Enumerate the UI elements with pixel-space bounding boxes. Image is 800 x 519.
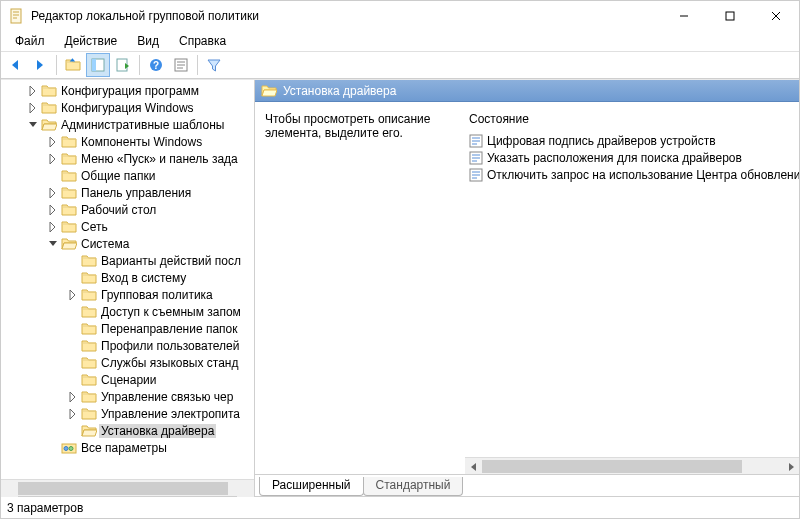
expander-icon[interactable] bbox=[25, 117, 41, 133]
tab-standard[interactable]: Стандартный bbox=[363, 477, 464, 496]
tree-item[interactable]: Сценарии bbox=[1, 371, 254, 388]
nav-up-button[interactable] bbox=[61, 53, 85, 77]
tree-item[interactable]: Компоненты Windows bbox=[1, 133, 254, 150]
folder-open-icon bbox=[41, 117, 57, 133]
status-bar: 3 параметров bbox=[1, 496, 799, 518]
all-params-icon bbox=[61, 440, 77, 456]
expander-icon[interactable] bbox=[45, 202, 61, 218]
export-list-button[interactable] bbox=[111, 53, 135, 77]
tree-item-selected[interactable]: Установка драйвера bbox=[1, 422, 254, 439]
details-header: Установка драйвера bbox=[255, 80, 799, 102]
tree-item[interactable]: Рабочий стол bbox=[1, 201, 254, 218]
setting-icon bbox=[469, 151, 483, 165]
folder-icon bbox=[81, 321, 97, 337]
list-item-label: Цифровая подпись драйверов устройств bbox=[487, 134, 716, 148]
nav-forward-button[interactable] bbox=[28, 53, 52, 77]
expander-blank bbox=[65, 304, 81, 320]
tree-item[interactable]: Управление электропита bbox=[1, 405, 254, 422]
folder-icon bbox=[61, 151, 77, 167]
tree-label: Групповая политика bbox=[99, 288, 215, 302]
menu-file[interactable]: Файл bbox=[5, 32, 55, 50]
tree-label: Управление связью чер bbox=[99, 390, 235, 404]
tree-item[interactable]: Перенаправление папок bbox=[1, 320, 254, 337]
tree-item[interactable]: Все параметры bbox=[1, 439, 254, 456]
title-bar: Редактор локальной групповой политики bbox=[1, 1, 799, 31]
tree-item[interactable]: Конфигурация Windows bbox=[1, 99, 254, 116]
tree-label: Варианты действий посл bbox=[99, 254, 243, 268]
tree-item[interactable]: Сеть bbox=[1, 218, 254, 235]
folder-icon bbox=[41, 100, 57, 116]
expander-blank bbox=[45, 440, 61, 456]
expander-icon[interactable] bbox=[25, 83, 41, 99]
tree-item[interactable]: Вход в систему bbox=[1, 269, 254, 286]
expander-icon[interactable] bbox=[45, 151, 61, 167]
app-icon bbox=[9, 8, 25, 24]
folder-icon bbox=[61, 168, 77, 184]
expander-icon[interactable] bbox=[65, 287, 81, 303]
minimize-button[interactable] bbox=[661, 1, 707, 31]
folder-icon bbox=[61, 202, 77, 218]
tree-item[interactable]: Конфигурация программ bbox=[1, 82, 254, 99]
maximize-button[interactable] bbox=[707, 1, 753, 31]
show-tree-button[interactable] bbox=[86, 53, 110, 77]
folder-icon bbox=[41, 83, 57, 99]
tree-pane: Конфигурация программ Конфигурация Windo… bbox=[1, 80, 255, 496]
tree-label: Управление электропита bbox=[99, 407, 242, 421]
help-button[interactable] bbox=[144, 53, 168, 77]
expander-icon[interactable] bbox=[45, 236, 61, 252]
list-item[interactable]: Цифровая подпись драйверов устройств bbox=[465, 132, 799, 149]
expander-icon[interactable] bbox=[25, 100, 41, 116]
menu-bar: Файл Действие Вид Справка bbox=[1, 31, 799, 51]
properties-button[interactable] bbox=[169, 53, 193, 77]
tree[interactable]: Конфигурация программ Конфигурация Windo… bbox=[1, 82, 254, 456]
expander-icon[interactable] bbox=[65, 406, 81, 422]
tree-label: Все параметры bbox=[79, 441, 169, 455]
expander-icon[interactable] bbox=[65, 389, 81, 405]
window-title: Редактор локальной групповой политики bbox=[31, 9, 259, 23]
column-header-state[interactable]: Состояние bbox=[465, 102, 799, 132]
tree-item[interactable]: Административные шаблоны bbox=[1, 116, 254, 133]
tree-item[interactable]: Общие папки bbox=[1, 167, 254, 184]
tree-item[interactable]: Профили пользователей bbox=[1, 337, 254, 354]
details-title: Установка драйвера bbox=[283, 84, 396, 98]
tree-item[interactable]: Варианты действий посл bbox=[1, 252, 254, 269]
tree-label: Сеть bbox=[79, 220, 110, 234]
folder-icon bbox=[61, 134, 77, 150]
folder-icon bbox=[81, 270, 97, 286]
folder-open-icon bbox=[81, 423, 97, 439]
list-item[interactable]: Указать расположения для поиска драйверо… bbox=[465, 149, 799, 166]
tree-item[interactable]: Панель управления bbox=[1, 184, 254, 201]
tree-label: Панель управления bbox=[79, 186, 193, 200]
list-item[interactable]: Отключить запрос на использование Центра… bbox=[465, 166, 799, 183]
tree-item[interactable]: Службы языковых станд bbox=[1, 354, 254, 371]
tab-extended[interactable]: Расширенный bbox=[259, 477, 364, 496]
tree-item[interactable]: Меню «Пуск» и панель зада bbox=[1, 150, 254, 167]
menu-view[interactable]: Вид bbox=[127, 32, 169, 50]
expander-blank bbox=[65, 253, 81, 269]
tree-label: Профили пользователей bbox=[99, 339, 241, 353]
folder-icon bbox=[81, 372, 97, 388]
tree-item[interactable]: Групповая политика bbox=[1, 286, 254, 303]
tree-item[interactable]: Система bbox=[1, 235, 254, 252]
nav-back-button[interactable] bbox=[3, 53, 27, 77]
tree-label: Конфигурация Windows bbox=[59, 101, 196, 115]
expander-blank bbox=[65, 270, 81, 286]
menu-help[interactable]: Справка bbox=[169, 32, 236, 50]
expander-icon[interactable] bbox=[45, 185, 61, 201]
close-button[interactable] bbox=[753, 1, 799, 31]
filter-button[interactable] bbox=[202, 53, 226, 77]
tree-label: Административные шаблоны bbox=[59, 118, 226, 132]
folder-open-icon bbox=[61, 236, 77, 252]
expander-icon[interactable] bbox=[45, 219, 61, 235]
folder-icon bbox=[81, 338, 97, 354]
expander-blank bbox=[45, 168, 61, 184]
tree-label: Установка драйвера bbox=[99, 424, 216, 438]
tree-item[interactable]: Управление связью чер bbox=[1, 388, 254, 405]
expander-icon[interactable] bbox=[45, 134, 61, 150]
tree-item[interactable]: Доступ к съемным запом bbox=[1, 303, 254, 320]
folder-icon bbox=[81, 355, 97, 371]
menu-action[interactable]: Действие bbox=[55, 32, 128, 50]
folder-icon bbox=[81, 406, 97, 422]
list-horizontal-scrollbar[interactable] bbox=[465, 457, 799, 474]
tree-horizontal-scrollbar[interactable] bbox=[1, 479, 254, 496]
